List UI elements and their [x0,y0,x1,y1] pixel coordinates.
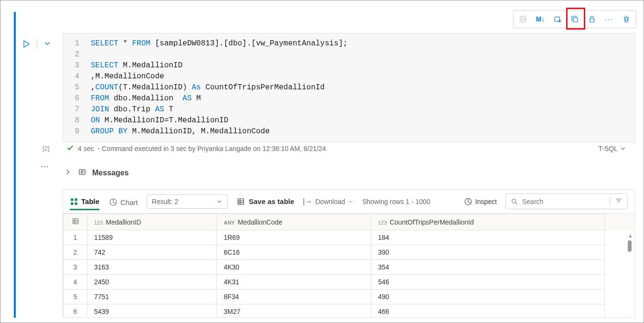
cell-count: 490 [371,290,605,304]
rows-showing-label: Showing rows 1 - 1000 [362,198,430,205]
inspect-button[interactable]: Inspect [464,197,497,206]
search-box[interactable] [505,194,628,209]
table-row[interactable]: 2 742 6C16 390 [64,245,634,260]
cell-index: [2] [43,145,49,152]
col-header-countoftrips[interactable]: 123CountOfTripsPerMedallionId [371,214,605,230]
run-button[interactable] [21,39,31,49]
cell-medallionid: 7751 [87,290,217,304]
cell-medallioncode: 6C16 [217,245,371,260]
result-selector[interactable]: Result: 2 [147,194,228,209]
clear-output-icon[interactable] [549,11,566,27]
cell-focus-bar [14,12,16,318]
code-editor[interactable]: 1SELECT * FROM [sampleDW0813].[dbo].[vw_… [63,33,635,142]
code-token: SELECT [91,38,118,49]
globe-icon[interactable] [515,11,532,27]
cell-medallionid: 11589 [87,230,217,245]
row-index: 1 [64,230,87,245]
svg-rect-15 [71,198,73,201]
copy-cell-icon[interactable] [566,11,583,27]
exec-message: - Command executed in 3 sec by Priyanka … [97,145,326,152]
cell-medallionid: 742 [87,245,217,260]
svg-rect-17 [71,202,73,205]
row-index: 5 [64,290,87,304]
download-button[interactable]: |→ Download [303,197,354,206]
delete-icon[interactable] [618,11,635,27]
scrollbar[interactable]: ▲ [628,233,633,252]
execution-status-bar: [2] 4 sec - Command executed in 3 sec by… [0,141,635,156]
svg-rect-32 [73,219,78,224]
table-row[interactable]: 4 2450 4K31 546 [64,275,634,290]
cell-medallioncode: 8F34 [217,290,371,304]
svg-rect-6 [573,18,578,22]
cell-medallioncode: 1R69 [217,230,371,245]
col-header-medallionid[interactable]: 123MedallionID [87,214,217,230]
search-input[interactable] [522,198,606,205]
cell-count: 466 [371,304,605,318]
cell-count: 354 [371,260,605,275]
cell-medallionid: 2450 [87,275,217,290]
cell-count: 184 [371,230,605,245]
svg-rect-18 [75,202,77,205]
duration-text: 4 sec [78,145,94,152]
messages-label: Messages [92,169,129,177]
cell-count: 390 [371,245,605,260]
results-table[interactable]: 123MedallionID ANYMedallionCode 123Count… [63,214,634,317]
table-row[interactable]: 5 7751 8F34 490 [64,290,634,304]
cell-medallionid: 3163 [87,260,217,275]
language-selector[interactable]: T-SQL [599,145,626,152]
success-check-icon [66,144,74,153]
filter-icon[interactable] [610,197,623,206]
messages-icon [78,168,86,178]
cell-toolbar: M↓ ··· [513,10,636,28]
svg-rect-7 [590,19,594,22]
row-index: 3 [64,260,87,275]
expand-messages-chevron[interactable] [64,168,72,178]
more-icon[interactable]: ··· [601,11,618,27]
search-icon [511,198,518,205]
table-row[interactable]: 3 3163 4K30 354 [64,260,634,275]
svg-line-26 [468,202,471,203]
svg-rect-16 [75,198,77,201]
divider [37,39,37,49]
table-header-row: 123MedallionID ANYMedallionCode 123Count… [64,214,634,230]
cell-medallioncode: 3M27 [217,304,371,318]
cell-medallionid: 5439 [87,304,217,318]
row-index: 4 [64,275,87,290]
table-row[interactable]: 1 11589 1R69 184 [64,230,634,245]
results-toolbar: Table Chart Result: 2 Save as table |→ D… [63,190,634,214]
table-row[interactable]: 6 5439 3M27 466 [64,304,634,318]
cell-medallioncode: 4K30 [217,260,371,275]
tab-table[interactable]: Table [70,197,99,210]
cell-more-icon[interactable]: ··· [41,161,49,172]
cell-count: 546 [371,275,605,290]
svg-marker-10 [24,41,30,47]
cell-run-controls [21,39,52,49]
grid-corner-icon[interactable] [64,214,87,230]
messages-section: Messages [64,168,129,178]
save-as-table-button[interactable]: Save as table [236,197,294,206]
tab-chart[interactable]: Chart [109,197,138,210]
cell-medallioncode: 4K31 [217,275,371,290]
svg-line-28 [515,203,517,204]
svg-point-27 [512,199,516,203]
row-index: 2 [64,245,87,260]
lock-icon[interactable] [583,11,601,27]
markdown-icon[interactable]: M↓ [532,11,549,27]
col-header-medallioncode[interactable]: ANYMedallionCode [217,214,371,230]
results-panel: Table Chart Result: 2 Save as table |→ D… [63,189,635,318]
svg-rect-20 [238,199,244,205]
run-dropdown-icon[interactable] [43,39,52,49]
row-index: 6 [64,304,87,318]
